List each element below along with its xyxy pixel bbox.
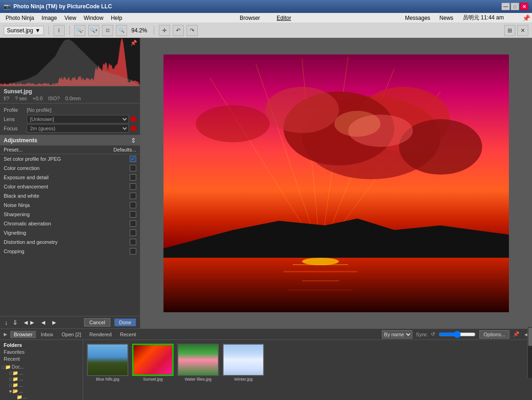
browser-tab-browser[interactable]: Browser xyxy=(10,331,36,338)
tab-editor[interactable]: Editor xyxy=(273,14,295,22)
tree-item[interactable]: ■ 📂 ... xyxy=(2,388,81,394)
adjustment-checkbox[interactable] xyxy=(130,174,136,181)
adjustment-checkbox[interactable] xyxy=(130,239,136,245)
info-button[interactable]: i xyxy=(54,25,65,36)
adjustment-item-9[interactable]: Distortion and geometry xyxy=(0,237,140,247)
fit-button[interactable]: ⊡ xyxy=(102,25,113,36)
adjustment-checkbox[interactable] xyxy=(130,230,136,236)
browser-tab-rendered[interactable]: Rendered xyxy=(85,331,115,338)
filename-dropdown[interactable]: Sunset.jpg ▼ xyxy=(4,26,44,35)
undo-button[interactable]: ↶ xyxy=(173,25,184,36)
sort-select[interactable]: By name By date By size xyxy=(382,330,412,339)
tab-browser[interactable]: Browser xyxy=(236,14,264,22)
focus-select[interactable]: 2m (guess) xyxy=(27,124,129,133)
adjustment-item-5[interactable]: Noise Ninja xyxy=(0,200,140,210)
nav-prev-button[interactable]: ◄ xyxy=(39,319,48,326)
datetime-display: 员明元 11:44 am xyxy=(463,14,504,22)
adjustment-item-4[interactable]: Black and white xyxy=(0,191,140,200)
tree-item[interactable]: 📁 ... xyxy=(2,394,81,400)
thumbnail-item[interactable]: Winter.jpg xyxy=(223,344,264,382)
zoom-in-button[interactable]: 🔍+ xyxy=(88,25,99,36)
nav-leftright-button[interactable]: ◄► xyxy=(22,319,36,326)
sync-icon[interactable]: ↺ xyxy=(431,331,435,337)
lens-status-dot xyxy=(131,116,136,122)
adjustment-label: Black and white xyxy=(4,193,39,199)
adjustment-checkbox[interactable] xyxy=(130,193,136,199)
folder-tab-recent[interactable]: Recent xyxy=(2,356,81,362)
tree-item[interactable]: □ 📁 Doc... xyxy=(2,364,81,370)
zoom-percent-button[interactable]: 🔍 xyxy=(116,25,127,36)
adjustment-checkbox[interactable] xyxy=(130,202,136,208)
menu-view[interactable]: View xyxy=(60,14,80,22)
adjustment-item-2[interactable]: Exposure and detail xyxy=(0,173,140,182)
browser-tab-inbox[interactable]: Inbox xyxy=(37,331,57,338)
adjustment-item-3[interactable]: Color enhancement xyxy=(0,182,140,191)
close-button[interactable]: ✕ xyxy=(520,3,528,10)
adjustment-item-10[interactable]: Cropping xyxy=(0,247,140,256)
nav-down2-button[interactable]: ⇓ xyxy=(12,319,19,326)
tree-item[interactable]: □ 📁 ... xyxy=(2,376,81,382)
title-bar-controls[interactable]: — □ ✕ xyxy=(502,3,528,10)
adjustment-checkbox[interactable] xyxy=(130,183,136,190)
browser-tab-open[interactable]: Open [2] xyxy=(58,331,85,338)
adjustment-item-8[interactable]: Vignetting xyxy=(0,228,140,237)
tree-item[interactable]: □ 📁 ... xyxy=(2,370,81,376)
adjustment-item-1[interactable]: Color correction xyxy=(0,164,140,173)
options-button[interactable]: Options... xyxy=(479,330,509,339)
thumbnail-item[interactable]: Blue hills.jpg xyxy=(87,344,128,382)
play-button[interactable]: ▶ xyxy=(4,332,7,337)
redo-button[interactable]: ↷ xyxy=(187,25,198,36)
adjustment-item-6[interactable]: Sharpening xyxy=(0,210,140,219)
messages-link[interactable]: Messages xyxy=(405,15,430,21)
tree-expand-icon[interactable]: □ xyxy=(9,377,12,382)
adjustment-checkbox[interactable] xyxy=(130,220,136,227)
thumbnail-item[interactable]: Water lilies.jpg xyxy=(177,344,219,382)
adjustment-label: Color correction xyxy=(4,165,40,171)
menu-window[interactable]: Window xyxy=(80,14,107,22)
adjustment-item-0[interactable]: Set color profile for JPEG ✓ xyxy=(0,154,140,164)
adjustment-checkbox[interactable] xyxy=(130,248,136,255)
adjustment-item-7[interactable]: Chromatic aberration xyxy=(0,219,140,228)
defaults-button[interactable]: Defaults... xyxy=(113,147,136,152)
nav-next-button[interactable]: ► xyxy=(50,319,59,326)
browser-tab-recent[interactable]: Recent xyxy=(116,331,140,338)
adjustments-collapse-icon[interactable]: ⇕ xyxy=(131,137,136,144)
crosshair-button[interactable]: ✛ xyxy=(159,25,170,36)
adjustment-label: Noise Ninja xyxy=(4,202,30,208)
image-area[interactable] xyxy=(140,38,532,328)
close-view-button[interactable]: ✕ xyxy=(517,25,528,36)
tree-expand-icon[interactable]: □ xyxy=(9,383,12,388)
menu-help[interactable]: Help xyxy=(107,14,126,22)
menu-photo-ninja[interactable]: Photo Ninja xyxy=(2,14,38,22)
folder-tab-folders[interactable]: Folders xyxy=(2,342,81,348)
zoom-slider[interactable] xyxy=(439,331,476,338)
folder-scrollbar[interactable] xyxy=(527,327,532,378)
nav-down-button[interactable]: ↓ xyxy=(4,319,9,326)
histogram-pin-icon[interactable]: 📌 xyxy=(130,40,137,46)
cancel-button[interactable]: Cancel xyxy=(84,318,110,327)
tree-expand-icon[interactable]: □ xyxy=(9,371,12,376)
done-button[interactable]: Done xyxy=(114,318,136,327)
preset-button[interactable]: Preset... xyxy=(4,147,23,152)
thumbnail-item[interactable]: Sunset.jpg xyxy=(132,344,174,382)
grid-view-button[interactable]: ⊞ xyxy=(504,25,515,36)
tree-item[interactable]: □ 📁 ... xyxy=(2,382,81,388)
folder-tab-favorites[interactable]: Favorites xyxy=(2,349,81,355)
adjustment-checkbox[interactable]: ✓ xyxy=(130,156,136,162)
tree-expand-icon[interactable]: ■ xyxy=(9,389,12,394)
maximize-button[interactable]: □ xyxy=(511,3,519,10)
sync-label: Sync xyxy=(416,332,427,337)
lens-select[interactable]: [Unknown] xyxy=(27,115,129,123)
zoom-out-button[interactable]: 🔍- xyxy=(74,25,85,36)
toolbar-separator-3 xyxy=(154,26,154,35)
minimize-button[interactable]: — xyxy=(502,3,510,10)
news-link[interactable]: News xyxy=(440,15,453,21)
adjustment-checkbox[interactable] xyxy=(130,165,136,171)
tree-expand-icon[interactable]: □ xyxy=(2,365,4,370)
browser-pin-icon[interactable]: 📌 xyxy=(513,331,520,337)
adjustment-checkbox[interactable] xyxy=(130,211,136,218)
pin-icon[interactable]: 📌 xyxy=(522,14,530,22)
menu-image[interactable]: Image xyxy=(38,14,60,22)
folder-scroll-thumb[interactable] xyxy=(528,327,532,346)
focus-label: Focus xyxy=(4,126,27,131)
